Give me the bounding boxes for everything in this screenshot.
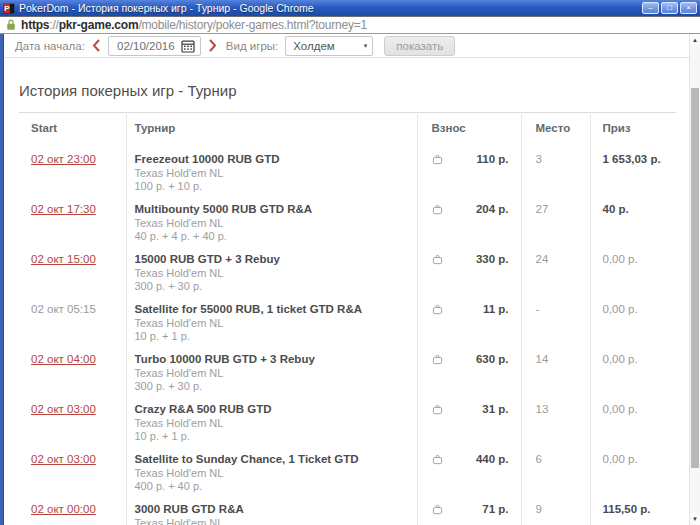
- start-date-link[interactable]: 02 окт 04:00: [31, 353, 96, 365]
- start-cell: 02 окт 23:00: [19, 143, 126, 193]
- header-place: Место: [521, 113, 590, 144]
- game-variant: Texas Hold'em NL: [135, 517, 407, 525]
- url-domain: pkr-game.com: [59, 18, 139, 32]
- page-title: История покерных игр - Турнир: [19, 82, 672, 99]
- header-fee: Взнос: [417, 113, 521, 144]
- prize-value: 1 653,03 р.: [603, 153, 661, 165]
- fee-value: 204 р.: [476, 203, 509, 215]
- fee-cell: 11 р.: [417, 293, 521, 343]
- fee-cell: 110 р.: [417, 143, 521, 193]
- start-cell: 02 окт 05:15: [19, 293, 126, 343]
- tournament-cell: Satellite for 55000 RUB, 1 ticket GTD R&…: [126, 293, 417, 343]
- dropdown-arrow-icon: ▾: [364, 42, 368, 50]
- tournament-name: 15000 RUB GTD + 3 Rebuy: [135, 253, 407, 266]
- header-tourney: Турнир: [126, 113, 417, 144]
- minimize-button[interactable]: –: [642, 2, 659, 14]
- start-date-value: 02/10/2016: [116, 40, 176, 52]
- start-date-link[interactable]: 02 окт 03:00: [31, 403, 96, 415]
- fee-cell: 330 р.: [417, 243, 521, 293]
- close-button[interactable]: ×: [680, 2, 697, 14]
- tournament-cell: Crazy R&A 500 RUB GTDTexas Hold'em NL10 …: [126, 393, 417, 443]
- place-value: -: [536, 303, 540, 315]
- tournament-cell: Multibounty 5000 RUB GTD R&ATexas Hold'e…: [126, 193, 417, 243]
- start-date-link[interactable]: 02 окт 17:30: [31, 203, 96, 215]
- header-start: Start: [19, 113, 126, 144]
- url-path: /mobile/history/poker-games.html?tourney…: [138, 18, 367, 32]
- address-bar[interactable]: https://pkr-game.com/mobile/history/poke…: [0, 16, 700, 34]
- start-cell: 02 окт 03:00: [19, 443, 126, 493]
- fee-cell: 204 р.: [417, 193, 521, 243]
- place-value: 3: [536, 153, 542, 165]
- prize-cell: 0,00 р.: [590, 243, 676, 293]
- favicon-right-block: [10, 4, 14, 13]
- table-row: 02 окт 17:30Multibounty 5000 RUB GTD R&A…: [19, 193, 676, 243]
- table-row: 02 окт 23:00Freezeout 10000 RUB GTDTexas…: [19, 143, 676, 193]
- place-cell: 14: [521, 343, 590, 393]
- scroll-down-icon[interactable]: ▼: [690, 513, 700, 525]
- fee-cell: 71 р.: [417, 493, 521, 525]
- chevron-right-icon[interactable]: [208, 39, 217, 52]
- start-date-link[interactable]: 02 окт 15:00: [31, 253, 96, 265]
- url-separator: ://: [49, 18, 58, 32]
- buyin-breakdown: 300 р. + 30 р.: [135, 280, 407, 292]
- tournament-cell: Turbo 10000 RUB GTD + 3 RebuyTexas Hold'…: [126, 343, 417, 393]
- tournament-cell: 15000 RUB GTD + 3 RebuyTexas Hold'em NL3…: [126, 243, 417, 293]
- table-row: 02 окт 05:15Satellite for 55000 RUB, 1 t…: [19, 293, 676, 343]
- table-row: 02 окт 15:0015000 RUB GTD + 3 RebuyTexas…: [19, 243, 676, 293]
- game-type-select[interactable]: Холдем ▾: [285, 36, 373, 56]
- start-date-link[interactable]: 02 окт 00:00: [31, 503, 96, 515]
- calendar-icon[interactable]: [181, 39, 195, 53]
- place-value: 6: [536, 453, 542, 465]
- prize-value: 115,50 р.: [603, 503, 651, 515]
- vertical-scrollbar[interactable]: ▲ ▼: [689, 34, 700, 525]
- prize-value: 0,00 р.: [603, 453, 638, 465]
- fee-value: 11 р.: [483, 303, 509, 315]
- scrollbar-thumb[interactable]: [691, 88, 699, 468]
- tournament-name: Multibounty 5000 RUB GTD R&A: [135, 203, 407, 216]
- start-date-link[interactable]: 02 окт 23:00: [31, 153, 96, 165]
- game-variant: Texas Hold'em NL: [135, 417, 407, 429]
- window-controls: – □ ×: [642, 2, 697, 14]
- scroll-up-icon[interactable]: ▲: [690, 34, 700, 46]
- prize-cell: 0,00 р.: [590, 293, 676, 343]
- prize-value: 0,00 р.: [603, 253, 638, 265]
- maximize-button[interactable]: □: [661, 2, 678, 14]
- table-row: 02 окт 00:003000 RUB GTD R&ATexas Hold'e…: [19, 493, 676, 525]
- prize-cell: 115,50 р.: [590, 493, 676, 525]
- prize-value: 40 р.: [603, 203, 629, 215]
- game-variant: Texas Hold'em NL: [135, 317, 407, 329]
- tournament-name: Freezeout 10000 RUB GTD: [135, 153, 407, 166]
- start-cell: 02 окт 17:30: [19, 193, 126, 243]
- table-row: 02 окт 04:00Turbo 10000 RUB GTD + 3 Rebu…: [19, 343, 676, 393]
- briefcase-icon: [432, 204, 443, 215]
- chevron-left-icon[interactable]: [92, 39, 101, 52]
- table-header: Start Турнир Взнос Место Приз: [19, 113, 676, 144]
- start-cell: 02 окт 03:00: [19, 393, 126, 443]
- tournament-name: Turbo 10000 RUB GTD + 3 Rebuy: [135, 353, 407, 366]
- table-row: 02 окт 03:00Satellite to Sunday Chance, …: [19, 443, 676, 493]
- window-frame-left: [0, 34, 4, 525]
- buyin-breakdown: 10 р. + 1 р.: [135, 430, 407, 442]
- start-date-input[interactable]: 02/10/2016: [108, 36, 201, 56]
- prize-cell: 1 653,03 р.: [590, 143, 676, 193]
- place-cell: 13: [521, 393, 590, 443]
- tournament-history-table: Start Турнир Взнос Место Приз 02 окт 23:…: [19, 112, 676, 525]
- briefcase-icon: [432, 154, 443, 165]
- tournament-cell: Freezeout 10000 RUB GTDTexas Hold'em NL1…: [126, 143, 417, 193]
- show-button[interactable]: показать: [384, 36, 455, 56]
- briefcase-icon: [432, 304, 443, 315]
- fee-value: 71 р.: [482, 503, 508, 515]
- place-cell: 3: [521, 143, 590, 193]
- place-cell: -: [521, 293, 590, 343]
- pokerdom-favicon-icon: P: [3, 3, 15, 14]
- page-content: История покерных игр - Турнир Start Турн…: [4, 82, 700, 525]
- prize-cell: 40 р.: [590, 193, 676, 243]
- start-date-link[interactable]: 02 окт 03:00: [31, 453, 96, 465]
- prize-value: 0,00 р.: [603, 403, 638, 415]
- fee-value: 110 р.: [477, 153, 509, 165]
- fee-cell: 630 р.: [417, 343, 521, 393]
- start-date-text: 02 окт 05:15: [31, 303, 96, 315]
- place-cell: 9: [521, 493, 590, 525]
- briefcase-icon: [432, 404, 443, 415]
- place-value: 24: [536, 253, 549, 265]
